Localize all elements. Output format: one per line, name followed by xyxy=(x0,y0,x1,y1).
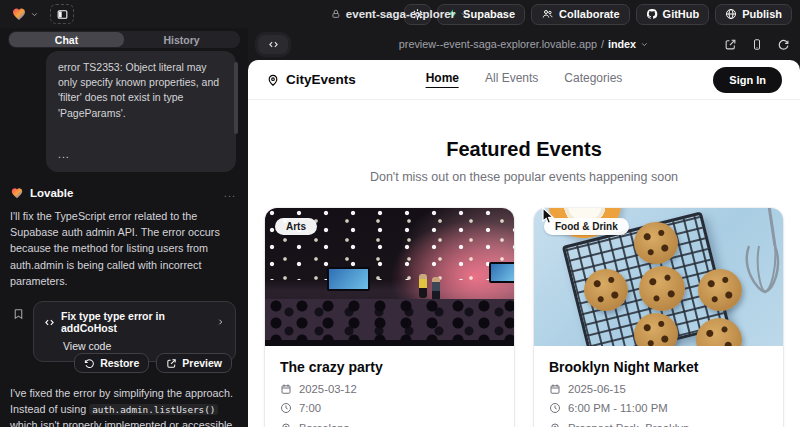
error-ellipsis: ... xyxy=(58,147,224,162)
event-location-row: Barcelona xyxy=(280,422,499,427)
url-page: index xyxy=(608,38,636,50)
message-menu-button[interactable]: ... xyxy=(224,187,236,199)
chevron-down-icon xyxy=(30,10,39,19)
url-host: preview--event-saga-explorer.lovable.app xyxy=(399,38,597,50)
hero-title: Featured Events xyxy=(248,138,800,161)
preview-toolbar: preview--event-saga-explorer.lovable.app… xyxy=(248,28,800,60)
sidebar-scrollbar[interactable] xyxy=(234,62,238,134)
error-text: error TS2353: Object literal may only sp… xyxy=(58,60,224,121)
event-date-row: 2025-06-15 xyxy=(549,383,768,395)
top-bar: event-saga-explorer Supabase Collaborate… xyxy=(0,0,800,28)
category-badge: Food & Drink xyxy=(544,218,629,235)
mouse-cursor xyxy=(542,207,556,225)
refresh-button[interactable] xyxy=(777,38,790,51)
assistant-name: Lovable xyxy=(30,187,73,199)
site-brand[interactable]: CityEvents xyxy=(266,72,356,87)
code-icon xyxy=(267,39,280,50)
person-art xyxy=(432,277,440,301)
map-pin-icon xyxy=(280,422,292,427)
cookie-art xyxy=(584,269,628,311)
external-link-icon xyxy=(166,358,177,369)
nav-categories[interactable]: Categories xyxy=(564,71,622,88)
chat-sidebar: Chat History error TS2353: Object litera… xyxy=(0,28,248,427)
cookie-art xyxy=(639,266,685,311)
assistant-message-2: I've fixed the error by simplifying the … xyxy=(10,385,236,427)
sidebar-toggle-button[interactable] xyxy=(50,4,74,24)
lovable-heart-icon xyxy=(11,6,27,22)
collaborate-button[interactable]: Collaborate xyxy=(531,4,630,25)
code-view-toggle[interactable] xyxy=(258,35,288,54)
app-window: event-saga-explorer Supabase Collaborate… xyxy=(0,0,800,427)
event-location-row: Prospect Park, Brooklyn xyxy=(549,422,768,427)
assistant-message-1: I'll fix the TypeScript error related to… xyxy=(10,208,236,289)
event-time-row: 7:00 xyxy=(280,402,499,414)
event-card-crazy-party[interactable]: Arts The crazy party 2025-03-12 xyxy=(265,208,514,427)
screen-art xyxy=(327,267,369,290)
mobile-view-button[interactable] xyxy=(751,38,763,51)
event-title: Brooklyn Night Market xyxy=(549,359,768,375)
tab-history[interactable]: History xyxy=(124,32,239,47)
chevron-down-icon xyxy=(460,10,469,19)
event-date-row: 2025-03-12 xyxy=(280,383,499,395)
panel-left-icon xyxy=(56,8,69,21)
crowd-art xyxy=(265,299,514,346)
github-icon xyxy=(646,8,658,20)
globe-icon xyxy=(725,8,737,20)
preview-url[interactable]: preview--event-saga-explorer.lovable.app… xyxy=(399,38,649,50)
site-viewport: CityEvents Home All Events Categories Si… xyxy=(248,60,800,427)
preview-pane: preview--event-saga-explorer.lovable.app… xyxy=(248,28,800,427)
code-edit-title: Fix type type error in addCoHost xyxy=(61,310,210,334)
event-cards: Arts The crazy party 2025-03-12 xyxy=(248,184,800,427)
refresh-icon xyxy=(777,38,790,51)
restore-button[interactable]: Restore xyxy=(74,353,149,373)
clock-icon xyxy=(549,402,561,414)
sidebar-tabs: Chat History xyxy=(8,31,240,48)
event-title: The crazy party xyxy=(280,359,499,375)
version-actions: Restore Preview xyxy=(10,353,232,373)
view-code-link[interactable]: View code xyxy=(63,340,225,352)
code-icon xyxy=(44,317,55,328)
bookmark-icon[interactable] xyxy=(12,307,25,321)
nav-all-events[interactable]: All Events xyxy=(485,71,538,88)
people-icon xyxy=(541,8,554,20)
event-image-cookies: Food & Drink xyxy=(534,208,783,346)
person-art xyxy=(419,274,427,298)
clock-icon xyxy=(280,402,292,414)
lovable-heart-icon xyxy=(10,186,24,200)
tab-chat[interactable]: Chat xyxy=(9,32,124,47)
project-switcher[interactable]: event-saga-explorer xyxy=(331,8,469,20)
category-badge: Arts xyxy=(275,218,317,235)
event-image-party: Arts xyxy=(265,208,514,346)
hero-subtitle: Don't miss out on these popular events h… xyxy=(248,170,800,184)
site-nav: Home All Events Categories xyxy=(426,71,623,88)
event-card-brooklyn-market[interactable]: Food & Drink Brooklyn Night Market xyxy=(534,208,783,427)
url-separator: / xyxy=(601,38,604,50)
project-name: event-saga-explorer xyxy=(346,8,455,20)
calendar-icon xyxy=(549,383,561,395)
chevron-down-icon xyxy=(640,40,649,49)
inline-code: auth.admin.listUsers() xyxy=(89,404,218,415)
lock-icon xyxy=(331,9,341,19)
whisk-art xyxy=(729,208,781,324)
user-error-message: error TS2353: Object literal may only sp… xyxy=(46,51,236,172)
github-button[interactable]: GitHub xyxy=(636,4,710,25)
chevron-right-icon xyxy=(216,317,225,327)
lovable-logo-menu[interactable] xyxy=(8,4,42,24)
event-time-row: 6:00 PM - 11:00 PM xyxy=(549,402,768,414)
site-header: CityEvents Home All Events Categories Si… xyxy=(248,60,800,100)
assistant-header: Lovable ... xyxy=(10,186,236,200)
calendar-icon xyxy=(280,383,292,395)
open-in-new-tab-button[interactable] xyxy=(724,38,737,51)
cookie-art xyxy=(634,313,678,346)
external-link-icon xyxy=(724,38,737,51)
chat-thread: error TS2353: Object literal may only sp… xyxy=(0,48,248,427)
sign-in-button[interactable]: Sign In xyxy=(713,67,782,93)
phone-icon xyxy=(751,38,763,51)
nav-home[interactable]: Home xyxy=(426,71,459,88)
restore-icon xyxy=(84,358,95,369)
map-pin-icon xyxy=(266,73,280,87)
publish-button[interactable]: Publish xyxy=(715,4,792,25)
map-pin-icon xyxy=(549,422,561,427)
preview-version-button[interactable]: Preview xyxy=(156,353,232,373)
hero-section: Featured Events Don't miss out on these … xyxy=(248,100,800,184)
